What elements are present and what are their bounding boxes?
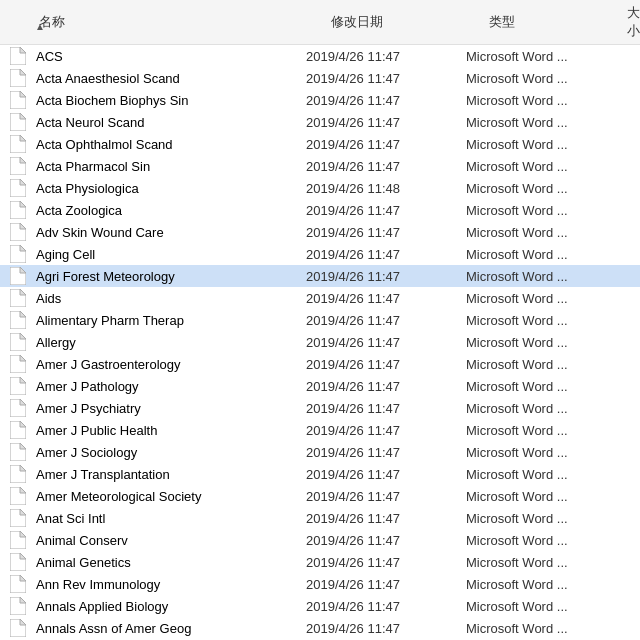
file-rows-container: ACS2019/4/26 11:47Microsoft Word ... Act… (0, 45, 640, 639)
file-list: ▲ 名称 修改日期 类型 大小 ACS2019/4/26 11:47Micros… (0, 0, 640, 640)
table-row[interactable]: Amer J Transplantation2019/4/26 11:47Mic… (0, 463, 640, 485)
table-row[interactable]: Acta Anaesthesiol Scand2019/4/26 11:47Mi… (0, 67, 640, 89)
file-icon (8, 531, 28, 549)
table-row[interactable]: Aging Cell2019/4/26 11:47Microsoft Word … (0, 243, 640, 265)
table-row[interactable]: Annals Assn of Amer Geog2019/4/26 11:47M… (0, 617, 640, 639)
file-type: Microsoft Word ... (466, 511, 606, 526)
table-row[interactable]: Annals Applied Biology2019/4/26 11:47Mic… (0, 595, 640, 617)
file-date: 2019/4/26 11:47 (306, 291, 466, 306)
svg-marker-11 (20, 157, 26, 163)
svg-marker-14 (10, 201, 26, 219)
table-row[interactable]: Animal Genetics2019/4/26 11:47Microsoft … (0, 551, 640, 573)
file-type: Microsoft Word ... (466, 93, 606, 108)
table-row[interactable]: Amer J Public Health2019/4/26 11:47Micro… (0, 419, 640, 441)
svg-marker-2 (10, 69, 26, 87)
table-row[interactable]: Aids2019/4/26 11:47Microsoft Word ... (0, 287, 640, 309)
file-type: Microsoft Word ... (466, 621, 606, 636)
table-row[interactable]: Amer J Gastroenterology2019/4/26 11:47Mi… (0, 353, 640, 375)
file-date: 2019/4/26 11:47 (306, 159, 466, 174)
file-icon (8, 223, 28, 241)
file-name: Acta Physiologica (36, 181, 306, 196)
svg-marker-18 (10, 245, 26, 263)
table-row[interactable]: Agri Forest Meteorology2019/4/26 11:47Mi… (0, 265, 640, 287)
table-row[interactable]: Acta Pharmacol Sin2019/4/26 11:47Microso… (0, 155, 640, 177)
file-name: ACS (36, 49, 306, 64)
file-name: Amer J Psychiatry (36, 401, 306, 416)
file-date: 2019/4/26 11:47 (306, 467, 466, 482)
file-type: Microsoft Word ... (466, 533, 606, 548)
svg-marker-7 (20, 113, 26, 119)
table-row[interactable]: Adv Skin Wound Care2019/4/26 11:47Micros… (0, 221, 640, 243)
file-date: 2019/4/26 11:47 (306, 511, 466, 526)
file-date: 2019/4/26 11:47 (306, 269, 466, 284)
file-name: Acta Pharmacol Sin (36, 159, 306, 174)
file-date: 2019/4/26 11:47 (306, 379, 466, 394)
file-date: 2019/4/26 11:47 (306, 313, 466, 328)
svg-marker-17 (20, 223, 26, 229)
svg-marker-12 (10, 179, 26, 197)
svg-marker-10 (10, 157, 26, 175)
svg-marker-35 (20, 421, 26, 427)
col-name-header[interactable]: 名称 (35, 13, 331, 31)
table-row[interactable]: Ann Rev Immunology2019/4/26 11:47Microso… (0, 573, 640, 595)
file-type: Microsoft Word ... (466, 335, 606, 350)
svg-marker-3 (20, 69, 26, 75)
file-icon (8, 333, 28, 351)
table-row[interactable]: Acta Biochem Biophys Sin2019/4/26 11:47M… (0, 89, 640, 111)
file-date: 2019/4/26 11:47 (306, 335, 466, 350)
file-name: Anat Sci Intl (36, 511, 306, 526)
svg-marker-13 (20, 179, 26, 185)
table-row[interactable]: Amer J Sociology2019/4/26 11:47Microsoft… (0, 441, 640, 463)
file-date: 2019/4/26 11:47 (306, 225, 466, 240)
file-name: Aids (36, 291, 306, 306)
file-icon (8, 355, 28, 373)
table-row[interactable]: ACS2019/4/26 11:47Microsoft Word ... (0, 45, 640, 67)
svg-marker-20 (10, 267, 26, 285)
file-name: Allergy (36, 335, 306, 350)
file-date: 2019/4/26 11:48 (306, 181, 466, 196)
column-headers: ▲ 名称 修改日期 类型 大小 (0, 0, 640, 45)
table-row[interactable]: Acta Zoologica2019/4/26 11:47Microsoft W… (0, 199, 640, 221)
svg-marker-41 (20, 487, 26, 493)
file-name: Animal Conserv (36, 533, 306, 548)
file-name: Acta Ophthalmol Scand (36, 137, 306, 152)
file-name: Amer J Sociology (36, 445, 306, 460)
svg-marker-6 (10, 113, 26, 131)
svg-marker-24 (10, 311, 26, 329)
svg-marker-27 (20, 333, 26, 339)
file-icon (8, 289, 28, 307)
col-date-header[interactable]: 修改日期 (331, 13, 489, 31)
file-icon (8, 465, 28, 483)
table-row[interactable]: Anat Sci Intl2019/4/26 11:47Microsoft Wo… (0, 507, 640, 529)
file-date: 2019/4/26 11:47 (306, 247, 466, 262)
file-name: Acta Anaesthesiol Scand (36, 71, 306, 86)
file-icon (8, 91, 28, 109)
file-date: 2019/4/26 11:47 (306, 401, 466, 416)
table-row[interactable]: Amer J Psychiatry2019/4/26 11:47Microsof… (0, 397, 640, 419)
file-type: Microsoft Word ... (466, 467, 606, 482)
svg-marker-45 (20, 531, 26, 537)
file-date: 2019/4/26 11:47 (306, 621, 466, 636)
file-icon (8, 487, 28, 505)
file-name: Alimentary Pharm Therap (36, 313, 306, 328)
file-type: Microsoft Word ... (466, 313, 606, 328)
file-name: Acta Neurol Scand (36, 115, 306, 130)
svg-marker-36 (10, 443, 26, 461)
table-row[interactable]: Acta Physiologica2019/4/26 11:48Microsof… (0, 177, 640, 199)
table-row[interactable]: Acta Neurol Scand2019/4/26 11:47Microsof… (0, 111, 640, 133)
file-date: 2019/4/26 11:47 (306, 555, 466, 570)
table-row[interactable]: Animal Conserv2019/4/26 11:47Microsoft W… (0, 529, 640, 551)
file-name: Aging Cell (36, 247, 306, 262)
table-row[interactable]: Alimentary Pharm Therap2019/4/26 11:47Mi… (0, 309, 640, 331)
table-row[interactable]: Allergy2019/4/26 11:47Microsoft Word ... (0, 331, 640, 353)
col-size-header[interactable]: 大小 (627, 4, 640, 40)
file-icon (8, 619, 28, 637)
col-type-header[interactable]: 类型 (489, 13, 627, 31)
svg-marker-0 (10, 47, 26, 65)
file-icon (8, 311, 28, 329)
table-row[interactable]: Amer J Pathology2019/4/26 11:47Microsoft… (0, 375, 640, 397)
svg-marker-48 (10, 575, 26, 593)
table-row[interactable]: Acta Ophthalmol Scand2019/4/26 11:47Micr… (0, 133, 640, 155)
table-row[interactable]: Amer Meteorological Society2019/4/26 11:… (0, 485, 640, 507)
file-name: Ann Rev Immunology (36, 577, 306, 592)
